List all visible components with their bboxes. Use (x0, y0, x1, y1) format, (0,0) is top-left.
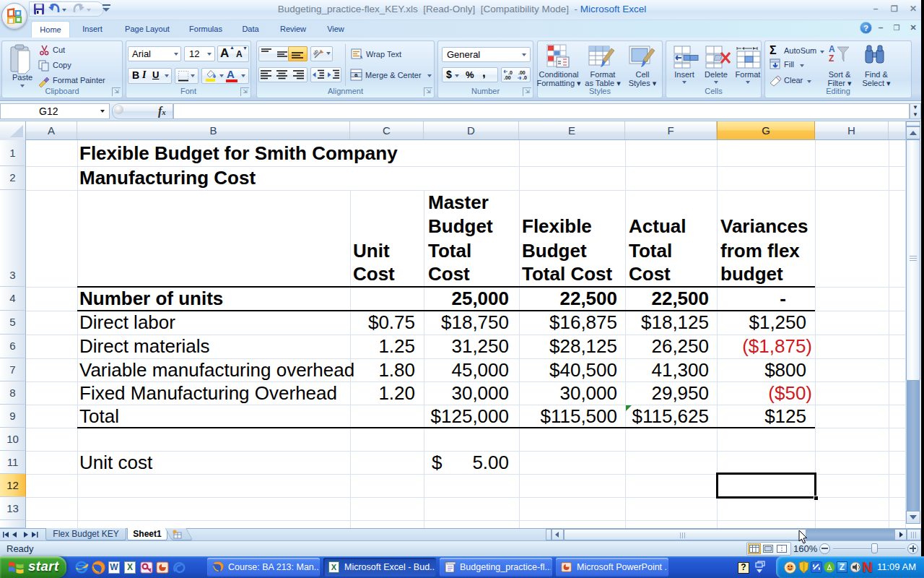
svg-text:.0: .0 (523, 75, 527, 80)
svg-text:A: A (829, 44, 835, 54)
svg-text:ab: ab (313, 48, 319, 56)
svg-text:.00: .00 (504, 75, 511, 80)
svg-text:a: a (354, 72, 358, 78)
svg-text:.0: .0 (508, 70, 513, 75)
svg-text:Z: Z (829, 53, 834, 64)
svg-text:.00: .00 (518, 70, 526, 75)
